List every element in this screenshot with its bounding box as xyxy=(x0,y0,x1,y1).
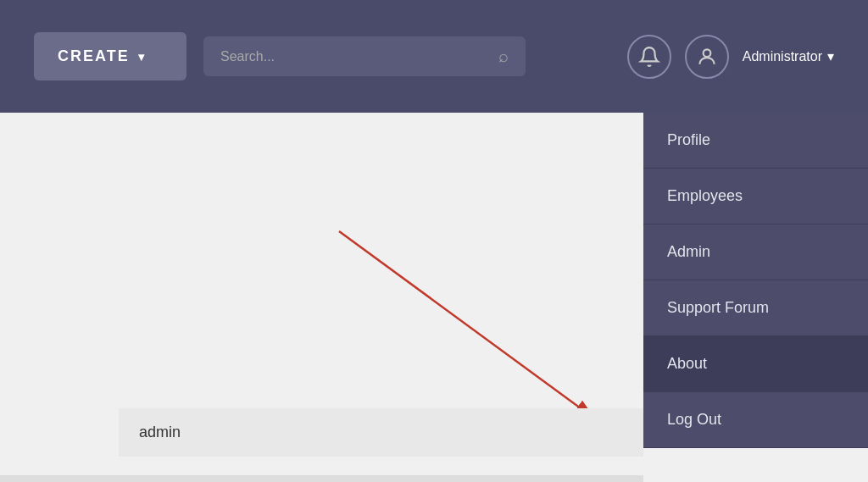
create-button[interactable]: CREATE ▾ xyxy=(34,32,186,80)
dropdown-item-profile[interactable]: Profile xyxy=(643,113,868,169)
search-input[interactable] xyxy=(220,49,498,64)
main-content: admin Profile Employees Admin Support Fo… xyxy=(0,113,868,482)
dropdown-item-about[interactable]: About xyxy=(643,336,868,392)
svg-line-3 xyxy=(339,231,593,418)
admin-menu-button[interactable]: Administrator ▾ xyxy=(743,48,834,64)
navbar: CREATE ▾ ⌕ Administrator ▾ xyxy=(0,0,868,113)
admin-label: Administrator xyxy=(743,49,822,64)
admin-chevron-icon: ▾ xyxy=(827,48,834,64)
admin-username: admin xyxy=(139,424,181,440)
create-label: CREATE xyxy=(58,47,130,65)
notifications-button[interactable] xyxy=(627,35,671,79)
create-chevron-icon: ▾ xyxy=(138,50,146,64)
content-area: admin Profile Employees Admin Support Fo… xyxy=(0,113,868,482)
svg-point-1 xyxy=(703,49,710,57)
admin-user-row: admin xyxy=(119,408,643,457)
search-icon: ⌕ xyxy=(498,47,509,66)
nav-icons: Administrator ▾ xyxy=(627,35,834,79)
user-avatar-button[interactable] xyxy=(685,35,729,79)
svg-point-0 xyxy=(648,47,650,48)
user-dropdown-menu: Profile Employees Admin Support Forum Ab… xyxy=(643,113,868,448)
dropdown-item-support-forum[interactable]: Support Forum xyxy=(643,280,868,336)
dropdown-item-admin[interactable]: Admin xyxy=(643,224,868,280)
dropdown-item-employees[interactable]: Employees xyxy=(643,169,868,224)
scrollbar-hint[interactable] xyxy=(0,475,643,482)
dropdown-item-logout[interactable]: Log Out xyxy=(643,392,868,448)
search-bar: ⌕ xyxy=(203,36,526,76)
